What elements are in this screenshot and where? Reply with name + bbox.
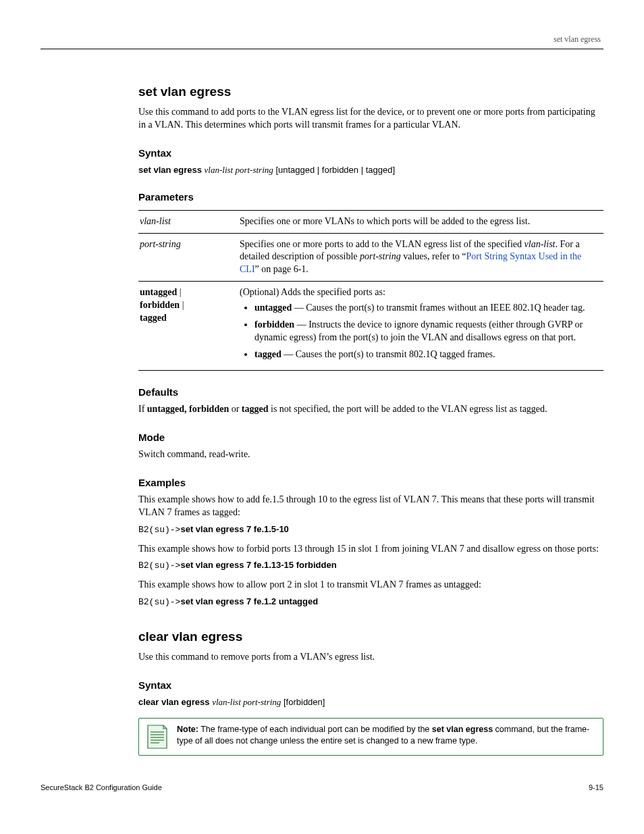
param-desc: Specifies one or more ports to add to th… <box>238 233 603 282</box>
note-text: Note: The frame-type of each individual … <box>177 724 596 747</box>
cli-example: B2(su)->set vlan egress 7 fe.1.13-15 for… <box>138 559 603 572</box>
param-name-frame-type: untagged | forbidden | tagged <box>138 282 238 370</box>
table-row: untagged | forbidden | tagged (Optional)… <box>138 282 603 370</box>
header-rule <box>41 49 603 49</box>
example-text: This example shows how to add fe.1.5 thr… <box>138 494 603 519</box>
parameters-heading: Parameters <box>138 190 603 204</box>
cmd-title-clear-vlan-egress: clear vlan egress <box>138 628 603 646</box>
cmd-intro: Use this command to add ports to the VLA… <box>138 106 603 132</box>
syntax-args: vlan-list port-string <box>212 697 281 707</box>
cmd-title-set-vlan-egress: set vlan egress <box>138 83 603 101</box>
mode-heading: Mode <box>138 431 603 444</box>
list-item: forbidden — Instructs the device to igno… <box>254 319 599 344</box>
mode-text: Switch command, read-write. <box>138 448 603 461</box>
param-desc: Specifies one or more VLANs to which por… <box>238 210 603 233</box>
syntax-options: [untagged | forbidden | tagged] <box>275 165 395 175</box>
syntax-heading: Syntax <box>138 679 603 692</box>
table-row: port-string Specifies one or more ports … <box>138 233 603 282</box>
defaults-text: If untagged, forbidden or tagged is not … <box>138 403 603 416</box>
page-footer: SecureStack B2 Configuration Guide 9-15 <box>41 783 603 793</box>
syntax-options: [forbidden] <box>284 697 325 707</box>
syntax-heading: Syntax <box>138 147 603 160</box>
syntax-args: vlan-list port-string <box>205 165 273 175</box>
list-item: tagged — Causes the port(s) to transmit … <box>254 348 599 361</box>
param-name-vlan-list: vlan-list <box>140 216 171 226</box>
examples-heading: Examples <box>138 476 603 490</box>
parameters-table: vlan-list Specifies one or more VLANs to… <box>138 210 603 371</box>
defaults-heading: Defaults <box>138 386 603 399</box>
note-box: Note: The frame-type of each individual … <box>138 718 603 756</box>
syntax-line: set vlan egress vlan-list port-string [u… <box>138 164 603 176</box>
example-text: This example shows how to forbid ports 1… <box>138 543 603 556</box>
footer-right: 9-15 <box>589 783 603 793</box>
example-text: This example shows how to allow port 2 i… <box>138 579 603 592</box>
param-desc: (Optional) Adds the specified ports as: … <box>238 282 603 370</box>
syntax-keyword: clear vlan egress <box>138 697 210 707</box>
page-header-right: set vlan egress <box>41 34 601 45</box>
footer-left: SecureStack B2 Configuration Guide <box>41 783 162 793</box>
cmd-intro: Use this command to remove ports from a … <box>138 651 603 664</box>
note-icon <box>146 724 169 750</box>
table-row: vlan-list Specifies one or more VLANs to… <box>138 210 603 233</box>
syntax-keyword: set vlan egress <box>138 165 202 175</box>
param-name-port-string: port-string <box>140 239 181 249</box>
syntax-line: clear vlan egress vlan-list port-string … <box>138 696 603 708</box>
cli-example: B2(su)->set vlan egress 7 fe.1.2 untagge… <box>138 596 603 608</box>
cli-example: B2(su)->set vlan egress 7 fe.1.5-10 <box>138 523 603 536</box>
list-item: untagged — Causes the port(s) to transmi… <box>254 302 599 315</box>
